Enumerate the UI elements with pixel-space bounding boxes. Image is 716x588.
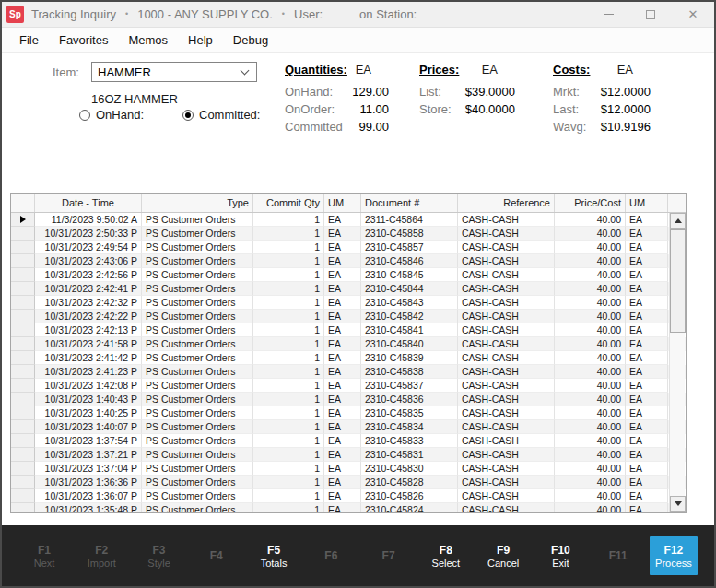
table-row[interactable]: 10/31/2023 1:37:21 PPS Customer Orders1E… [11, 448, 686, 462]
row-selector[interactable] [11, 282, 35, 296]
table-row[interactable]: 10/31/2023 1:42:08 PPS Customer Orders1E… [11, 379, 686, 393]
table-cell: 10/31/2023 1:37:21 P [35, 448, 142, 462]
table-row[interactable]: 10/31/2023 2:42:22 PPS Customer Orders1E… [11, 310, 686, 323]
table-row[interactable]: 10/31/2023 2:42:32 PPS Customer Orders1E… [11, 296, 686, 310]
table-row[interactable]: 10/31/2023 2:41:42 PPS Customer Orders1E… [11, 351, 686, 365]
menu-item-memos[interactable]: Memos [118, 33, 178, 47]
table-cell: EA [324, 434, 361, 448]
row-selector[interactable] [11, 310, 35, 323]
row-selector[interactable] [11, 337, 35, 351]
table-row[interactable]: 10/31/2023 2:42:41 PPS Customer Orders1E… [11, 282, 686, 296]
table-cell: 2310-C45830 [361, 462, 458, 476]
minimize-icon [604, 14, 614, 15]
minimize-button[interactable] [587, 2, 629, 27]
column-header[interactable]: Date - Time [35, 194, 142, 212]
menu-item-help[interactable]: Help [178, 33, 223, 47]
column-header[interactable]: Price/Cost [555, 194, 626, 212]
table-row[interactable]: 10/31/2023 1:37:04 PPS Customer Orders1E… [11, 462, 686, 476]
table-row[interactable]: 10/31/2023 1:40:43 PPS Customer Orders1E… [11, 393, 686, 406]
table-cell: EA [324, 323, 361, 337]
row-selector[interactable] [11, 351, 35, 365]
column-header[interactable]: Reference [458, 194, 555, 212]
column-header[interactable]: Commit Qty [253, 194, 324, 212]
radio-onhand[interactable]: OnHand: [79, 108, 144, 122]
column-header[interactable]: UM [626, 194, 668, 212]
table-cell: EA [626, 365, 668, 379]
table-cell: 1 [253, 503, 324, 513]
table-row[interactable]: 10/31/2023 1:35:48 PPS Customer Orders1E… [11, 503, 686, 513]
menu-item-favorites[interactable]: Favorites [49, 33, 118, 47]
row-selector[interactable] [11, 476, 35, 489]
row-selector[interactable] [11, 393, 35, 406]
scroll-down-button[interactable] [670, 496, 686, 512]
vertical-scrollbar[interactable] [669, 213, 685, 512]
item-combobox[interactable]: HAMMER [91, 62, 257, 82]
quantities-heading: Quantities: [285, 63, 347, 76]
table-cell: PS Customer Orders [142, 379, 253, 393]
column-header[interactable]: UM [324, 194, 361, 212]
table-row[interactable]: 10/31/2023 2:42:56 PPS Customer Orders1E… [11, 268, 686, 282]
row-selector[interactable] [11, 503, 35, 513]
column-header[interactable]: Type [142, 194, 253, 212]
close-button[interactable]: ✕ [672, 2, 714, 27]
radio-committed[interactable]: Committed: [182, 108, 260, 122]
table-cell: CASH-CASH [458, 241, 555, 254]
fkey-f2-import: F2Import [76, 544, 127, 569]
row-selector[interactable] [11, 241, 35, 254]
table-row[interactable]: 10/31/2023 2:50:33 PPS Customer Orders1E… [11, 227, 686, 241]
title-bar[interactable]: Sp Tracking Inquiry • 1000 - ANY SUPPLY … [2, 2, 714, 28]
table-cell: 40.00 [555, 379, 626, 393]
row-selector[interactable] [11, 379, 35, 393]
table-row[interactable]: 10/31/2023 2:43:06 PPS Customer Orders1E… [11, 254, 686, 268]
fkey-f8-select[interactable]: F8Select [420, 544, 472, 569]
table-row[interactable]: 10/31/2023 1:36:07 PPS Customer Orders1E… [11, 489, 686, 503]
quantities-panel: Quantities: EA OnHand:129.00OnOrder:11.0… [285, 63, 391, 135]
row-selector[interactable] [11, 323, 35, 337]
row-selector[interactable] [11, 406, 35, 420]
table-cell: CASH-CASH [458, 268, 555, 282]
info-label: Mrkt: [553, 83, 580, 100]
table-row[interactable]: 11/3/2023 9:50:02 APS Customer Orders1EA… [11, 213, 686, 227]
scroll-up-button[interactable] [670, 213, 686, 229]
table-cell: 11/3/2023 9:50:02 A [35, 213, 142, 227]
company-name: 1000 - ANY SUPPLY CO. [137, 7, 273, 21]
table-row[interactable]: 10/31/2023 1:36:36 PPS Customer Orders1E… [11, 476, 686, 489]
row-selector[interactable] [11, 365, 35, 379]
table-row[interactable]: 10/31/2023 2:41:58 PPS Customer Orders1E… [11, 337, 686, 351]
info-value: $10.9196 [601, 118, 651, 135]
table-cell: 40.00 [555, 227, 626, 241]
table-cell: EA [324, 420, 361, 434]
fkey-f1-next: F1Next [18, 544, 70, 569]
table-cell: 2310-C45857 [361, 241, 458, 254]
fkey-f9-cancel[interactable]: F9Cancel [477, 544, 529, 569]
menu-item-debug[interactable]: Debug [223, 33, 278, 47]
menu-item-file[interactable]: File [9, 33, 49, 47]
table-row[interactable]: 10/31/2023 2:41:23 PPS Customer Orders1E… [11, 365, 686, 379]
table-cell: 10/31/2023 1:37:54 P [35, 434, 142, 448]
table-row[interactable]: 10/31/2023 1:37:54 PPS Customer Orders1E… [11, 434, 686, 448]
maximize-button[interactable] [629, 2, 672, 27]
fkey-f10-exit[interactable]: F10Exit [534, 544, 586, 569]
row-selector[interactable] [11, 254, 35, 268]
row-selector[interactable] [11, 296, 35, 310]
row-selector[interactable] [11, 462, 35, 476]
table-row[interactable]: 10/31/2023 1:40:07 PPS Customer Orders1E… [11, 420, 686, 434]
costs-um: EA [617, 63, 652, 76]
column-header[interactable]: Document # [361, 194, 458, 212]
row-selector[interactable] [11, 213, 35, 227]
item-description: 16OZ HAMMER [91, 92, 178, 106]
fkey-f12-process[interactable]: F12Process [650, 536, 698, 575]
table-row[interactable]: 10/31/2023 1:40:25 PPS Customer Orders1E… [11, 406, 686, 420]
fkey-f5-totals[interactable]: F5Totals [248, 544, 299, 569]
row-selector[interactable] [11, 434, 35, 448]
scrollbar-thumb[interactable] [670, 229, 686, 333]
table-row[interactable]: 10/31/2023 2:49:54 PPS Customer Orders1E… [11, 241, 686, 254]
row-selector[interactable] [11, 227, 35, 241]
row-selector[interactable] [11, 448, 35, 462]
row-selector[interactable] [11, 489, 35, 503]
info-value: 99.00 [358, 118, 389, 135]
row-selector[interactable] [11, 268, 35, 282]
row-selector[interactable] [11, 420, 35, 434]
table-row[interactable]: 10/31/2023 2:42:13 PPS Customer Orders1E… [11, 323, 686, 337]
table-cell: 40.00 [555, 476, 626, 489]
